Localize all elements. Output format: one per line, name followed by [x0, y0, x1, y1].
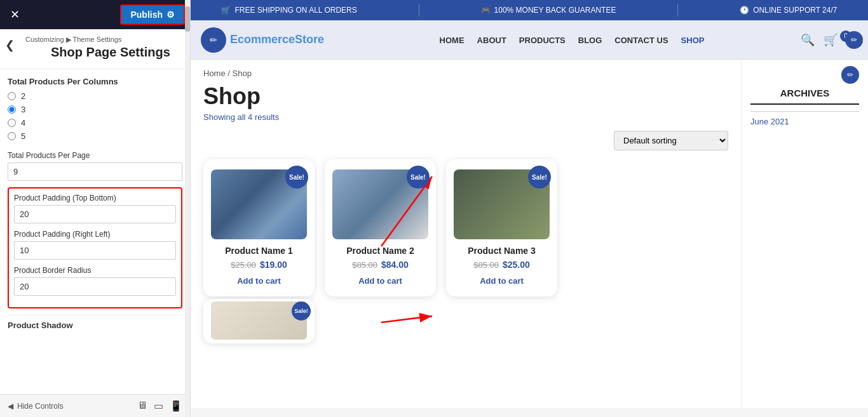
products-grid: Sale! Product Name 1 $25.00 $19.00 Add t… — [203, 159, 728, 296]
shipping-text: FREE SHIPPING ON ALL ORDERS — [234, 6, 356, 15]
money-back-text: 100% MONEY BACK GUARANTEE — [494, 6, 616, 15]
sale-badge-3: Sale! — [528, 166, 551, 189]
border-radius-input[interactable] — [14, 277, 176, 296]
support-text: ONLINE SUPPORT 24/7 — [753, 6, 837, 15]
product-shadow-section: Product Shadow — [8, 315, 182, 330]
total-per-page-input[interactable] — [8, 162, 182, 181]
device-icons-group: 🖥 ▭ 📱 — [137, 400, 182, 412]
nav-blog[interactable]: BLOG — [578, 36, 602, 45]
store-logo: ✏ EcommerceStore — [201, 27, 324, 53]
add-to-cart-2[interactable]: Add to cart — [358, 276, 402, 286]
sale-badge-partial: Sale! — [292, 301, 311, 321]
padding-top-bottom-section: Product Padding (Top Bottom) — [14, 194, 176, 223]
add-to-cart-1[interactable]: Add to cart — [237, 276, 281, 286]
sidebar-edit-pencil[interactable]: ✏ — [841, 66, 859, 84]
price-sale-2: $84.00 — [381, 260, 409, 270]
shop-sidebar: ✏ ARCHIVES June 2021 — [741, 60, 868, 408]
padding-right-left-input[interactable] — [14, 241, 176, 260]
gear-icon: ⚙ — [166, 10, 175, 20]
archives-title: ARCHIVES — [750, 88, 859, 105]
price-sale-1: $19.00 — [260, 260, 287, 270]
desktop-icon[interactable]: 🖥 — [137, 400, 147, 412]
product-card-2: Sale! Product Name 2 $85.00 $84.00 Add t… — [325, 159, 436, 296]
column-option-5[interactable]: 5 — [8, 131, 182, 141]
nav-about[interactable]: ABOUT — [477, 36, 506, 45]
customizer-panel: ✕ Publish ⚙ ❮ Customizing ▶ Theme Settin… — [0, 0, 191, 417]
store-content: Home / Shop Shop Showing all 4 results D… — [191, 60, 868, 408]
scrollbar[interactable] — [185, 0, 190, 417]
price-row-3: $85.00 $25.00 — [454, 260, 550, 270]
border-radius-section: Product Border Radius — [14, 266, 176, 296]
column-option-4[interactable]: 4 — [8, 118, 182, 128]
archives-june-2021[interactable]: June 2021 — [750, 117, 859, 126]
nav-contact[interactable]: CONTACT US — [614, 36, 668, 45]
price-original-3: $85.00 — [473, 260, 499, 270]
logo-pencil-icon: ✏ — [210, 35, 217, 45]
padding-right-left-section: Product Padding (Right Left) — [14, 230, 176, 260]
border-radius-label: Product Border Radius — [14, 266, 176, 275]
total-per-page-label: Total Products Per Page — [8, 151, 182, 160]
padding-right-left-label: Product Padding (Right Left) — [14, 230, 176, 239]
columns-radio-group: 2 3 4 5 — [8, 91, 182, 141]
cart-icon[interactable]: 🛒 — [824, 33, 837, 47]
scrollbar-thumb[interactable] — [185, 6, 190, 32]
tablet-icon[interactable]: ▭ — [154, 400, 163, 412]
top-bar: ✕ Publish ⚙ — [0, 0, 190, 29]
nav-edit-pencil[interactable]: ✏ — [845, 31, 863, 49]
product-name-1: Product Name 1 — [211, 246, 307, 256]
price-original-1: $25.00 — [231, 260, 256, 270]
highlighted-padding-section: Product Padding (Top Bottom) Product Pad… — [8, 187, 182, 308]
product-card-1: Sale! Product Name 1 $25.00 $19.00 Add t… — [203, 159, 315, 296]
shop-breadcrumb: Home / Shop — [203, 69, 728, 78]
nav-links: HOME ABOUT PRODUCTS BLOG CONTACT US SHOP — [343, 34, 801, 46]
column-radio-4[interactable] — [8, 119, 16, 127]
logo-text: EcommerceStore — [230, 33, 324, 46]
search-icon[interactable]: 🔍 — [801, 33, 815, 47]
total-per-page-section: Total Products Per Page — [8, 151, 182, 181]
back-button[interactable]: ❮ — [5, 38, 15, 52]
publish-label: Publish — [130, 10, 163, 20]
close-button[interactable]: ✕ — [5, 5, 25, 24]
panel-content: Total Products Per Columns 2 3 4 5 Total… — [0, 69, 190, 394]
promo-bar: 🛒 FREE SHIPPING ON ALL ORDERS 🎮 100% MON… — [191, 0, 868, 20]
promo-item-2: 🎮 100% MONEY BACK GUARANTEE — [481, 6, 616, 15]
promo-divider-1 — [419, 4, 419, 17]
support-icon: 🕐 — [740, 6, 749, 15]
products-row2: Sale! — [203, 299, 728, 343]
shop-main: Home / Shop Shop Showing all 4 results D… — [191, 60, 741, 408]
store-nav: ✏ EcommerceStore HOME ABOUT PRODUCTS BLO… — [191, 20, 868, 60]
column-radio-5[interactable] — [8, 132, 16, 140]
money-back-icon: 🎮 — [481, 6, 491, 15]
hide-controls-icon: ◀ — [8, 402, 13, 411]
total-columns-label: Total Products Per Columns — [8, 77, 182, 86]
product-name-2: Product Name 2 — [332, 246, 428, 256]
sale-badge-2: Sale! — [407, 166, 430, 189]
breadcrumb-area: ❮ Customizing ▶ Theme Settings Shop Page… — [0, 29, 190, 69]
column-radio-3[interactable] — [8, 105, 16, 114]
price-row-1: $25.00 $19.00 — [211, 260, 307, 270]
mobile-icon[interactable]: 📱 — [170, 400, 182, 412]
logo-circle: ✏ — [201, 27, 226, 53]
store-preview: 🛒 FREE SHIPPING ON ALL ORDERS 🎮 100% MON… — [191, 0, 868, 417]
price-row-2: $85.00 $84.00 — [332, 260, 428, 270]
column-option-2[interactable]: 2 — [8, 91, 182, 101]
nav-shop[interactable]: SHOP — [681, 36, 705, 45]
panel-title: Shop Page Settings — [25, 44, 182, 66]
panel-footer: ◀ Hide Controls 🖥 ▭ 📱 — [0, 394, 190, 417]
price-original-2: $85.00 — [352, 260, 377, 270]
add-to-cart-3[interactable]: Add to cart — [480, 276, 524, 286]
hide-controls-button[interactable]: ◀ Hide Controls — [8, 402, 64, 411]
padding-top-bottom-input[interactable] — [14, 205, 176, 223]
publish-button[interactable]: Publish ⚙ — [120, 4, 185, 25]
price-sale-3: $25.00 — [503, 260, 530, 270]
shop-toolbar: Default sorting Sort by popularity Sort … — [203, 131, 728, 150]
nav-home[interactable]: HOME — [440, 36, 465, 45]
column-radio-2[interactable] — [8, 92, 16, 100]
sale-badge-1: Sale! — [285, 166, 308, 189]
nav-products[interactable]: PRODUCTS — [519, 36, 566, 45]
promo-item-1: 🛒 FREE SHIPPING ON ALL ORDERS — [221, 6, 356, 15]
column-option-3[interactable]: 3 — [8, 105, 182, 114]
breadcrumb: Customizing ▶ Theme Settings — [25, 36, 182, 44]
shop-title: Shop — [203, 83, 728, 110]
sort-select[interactable]: Default sorting Sort by popularity Sort … — [614, 131, 728, 150]
